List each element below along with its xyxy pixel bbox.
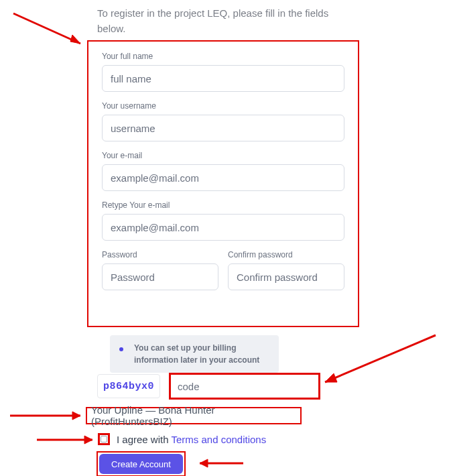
- svg-line-0: [13, 13, 80, 44]
- svg-marker-3: [325, 373, 337, 382]
- fullname-input[interactable]: [102, 65, 344, 92]
- submit-highlight: Create Account: [97, 451, 186, 476]
- annotation-arrow-icon: [308, 332, 442, 392]
- upline-info: Your Upline — Bona Hunter (ProfitHunters…: [86, 407, 302, 424]
- annotation-arrow-icon: [193, 458, 247, 471]
- info-dot-icon: [119, 347, 123, 351]
- email-label: Your e-mail: [102, 151, 344, 160]
- username-input[interactable]: [102, 115, 344, 141]
- agree-row: I agree with Terms and conditions: [98, 433, 266, 445]
- intro-text: To register in the project LEQ, please f…: [97, 6, 338, 36]
- captcha-input[interactable]: [172, 376, 317, 396]
- email-input[interactable]: [102, 164, 344, 191]
- username-label: Your username: [102, 101, 344, 111]
- svg-marker-5: [72, 412, 80, 420]
- agree-text: I agree with Terms and conditions: [117, 434, 266, 445]
- retype-email-input[interactable]: [102, 214, 344, 241]
- billing-info-note: You can set up your billing information …: [110, 335, 279, 373]
- agree-checkbox[interactable]: [101, 436, 107, 442]
- svg-marker-9: [200, 459, 208, 467]
- password-input[interactable]: [102, 263, 218, 290]
- annotation-arrow-icon: [7, 7, 94, 54]
- annotation-arrow-icon: [7, 409, 90, 422]
- svg-marker-1: [70, 35, 80, 44]
- agree-prefix: I agree with: [117, 434, 171, 445]
- fullname-label: Your full name: [102, 52, 344, 61]
- billing-info-text: You can set up your billing information …: [134, 343, 259, 365]
- create-account-button[interactable]: Create Account: [99, 454, 183, 474]
- confirm-password-input[interactable]: [228, 263, 344, 290]
- svg-marker-7: [84, 436, 92, 444]
- captcha-image: p864byx0: [97, 374, 160, 398]
- terms-link[interactable]: Terms and conditions: [171, 434, 266, 445]
- registration-form-box: Your full name Your username Your e-mail…: [87, 40, 359, 327]
- annotation-arrow-icon: [34, 434, 101, 448]
- password-label: Password: [102, 250, 218, 259]
- captcha-highlight: [169, 373, 320, 400]
- svg-line-2: [325, 335, 436, 382]
- retype-email-label: Retype Your e-mail: [102, 200, 344, 210]
- confirm-password-label: Confirm password: [228, 250, 344, 259]
